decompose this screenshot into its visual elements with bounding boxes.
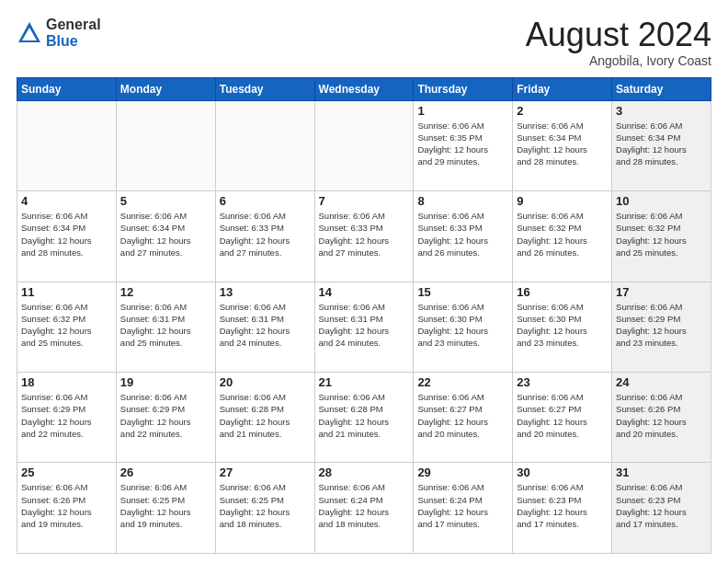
day-info: Sunrise: 6:06 AMSunset: 6:32 PMDaylight:…: [21, 301, 112, 350]
calendar-cell: 30Sunrise: 6:06 AMSunset: 6:23 PMDayligh…: [513, 463, 612, 554]
day-number: 2: [517, 104, 608, 118]
calendar-cell: 7Sunrise: 6:06 AMSunset: 6:33 PMDaylight…: [314, 191, 414, 282]
calendar-cell: 26Sunrise: 6:06 AMSunset: 6:25 PMDayligh…: [116, 463, 215, 554]
day-info: Sunrise: 6:06 AMSunset: 6:30 PMDaylight:…: [417, 301, 508, 350]
calendar-cell: 22Sunrise: 6:06 AMSunset: 6:27 PMDayligh…: [414, 373, 513, 463]
day-number: 11: [21, 285, 112, 299]
day-info: Sunrise: 6:06 AMSunset: 6:34 PMDaylight:…: [120, 210, 211, 259]
calendar-cell: 27Sunrise: 6:06 AMSunset: 6:25 PMDayligh…: [215, 463, 314, 554]
day-info: Sunrise: 6:06 AMSunset: 6:32 PMDaylight:…: [517, 210, 608, 259]
day-number: 22: [417, 375, 508, 389]
day-number: 1: [417, 104, 508, 118]
calendar-cell: [116, 100, 215, 190]
logo-icon: [17, 20, 42, 46]
day-number: 29: [417, 465, 508, 479]
calendar-cell: 17Sunrise: 6:06 AMSunset: 6:29 PMDayligh…: [612, 282, 711, 372]
day-info: Sunrise: 6:06 AMSunset: 6:31 PMDaylight:…: [120, 301, 211, 350]
day-info: Sunrise: 6:06 AMSunset: 6:29 PMDaylight:…: [21, 391, 112, 440]
day-header-monday: Monday: [116, 77, 215, 100]
day-info: Sunrise: 6:06 AMSunset: 6:29 PMDaylight:…: [120, 391, 211, 440]
calendar-cell: 6Sunrise: 6:06 AMSunset: 6:33 PMDaylight…: [215, 191, 314, 282]
day-number: 26: [120, 465, 211, 479]
day-header-saturday: Saturday: [612, 77, 711, 100]
calendar-cell: 14Sunrise: 6:06 AMSunset: 6:31 PMDayligh…: [314, 282, 414, 372]
calendar-cell: [215, 100, 314, 190]
calendar-cell: 3Sunrise: 6:06 AMSunset: 6:34 PMDaylight…: [612, 100, 711, 190]
day-number: 12: [120, 285, 211, 299]
day-number: 10: [616, 194, 707, 208]
day-info: Sunrise: 6:06 AMSunset: 6:29 PMDaylight:…: [616, 301, 707, 350]
calendar-cell: [17, 100, 117, 190]
day-number: 5: [120, 194, 211, 208]
calendar-cell: 24Sunrise: 6:06 AMSunset: 6:26 PMDayligh…: [612, 373, 711, 463]
location: Angobila, Ivory Coast: [526, 53, 711, 68]
calendar-cell: [314, 100, 414, 190]
header: General Blue August 2024 Angobila, Ivory…: [17, 17, 711, 68]
day-number: 16: [517, 285, 608, 299]
day-number: 31: [616, 465, 707, 479]
calendar-cell: 2Sunrise: 6:06 AMSunset: 6:34 PMDaylight…: [513, 100, 612, 190]
day-info: Sunrise: 6:06 AMSunset: 6:34 PMDaylight:…: [517, 120, 608, 168]
day-number: 23: [517, 375, 608, 389]
day-number: 4: [21, 194, 112, 208]
day-info: Sunrise: 6:06 AMSunset: 6:33 PMDaylight:…: [417, 210, 508, 259]
day-info: Sunrise: 6:06 AMSunset: 6:26 PMDaylight:…: [21, 481, 112, 530]
day-number: 8: [417, 194, 508, 208]
day-info: Sunrise: 6:06 AMSunset: 6:28 PMDaylight:…: [319, 391, 410, 440]
calendar-cell: 28Sunrise: 6:06 AMSunset: 6:24 PMDayligh…: [314, 463, 414, 554]
day-header-sunday: Sunday: [17, 77, 117, 100]
day-number: 9: [517, 194, 608, 208]
day-info: Sunrise: 6:06 AMSunset: 6:32 PMDaylight:…: [616, 210, 707, 259]
day-header-wednesday: Wednesday: [314, 77, 414, 100]
day-number: 13: [220, 285, 311, 299]
day-number: 21: [319, 375, 410, 389]
day-info: Sunrise: 6:06 AMSunset: 6:23 PMDaylight:…: [517, 481, 608, 530]
day-info: Sunrise: 6:06 AMSunset: 6:31 PMDaylight:…: [319, 301, 410, 350]
day-number: 27: [220, 465, 311, 479]
calendar-cell: 29Sunrise: 6:06 AMSunset: 6:24 PMDayligh…: [414, 463, 513, 554]
day-header-tuesday: Tuesday: [215, 77, 314, 100]
day-info: Sunrise: 6:06 AMSunset: 6:28 PMDaylight:…: [220, 391, 311, 440]
day-number: 25: [21, 465, 112, 479]
day-number: 6: [220, 194, 311, 208]
day-info: Sunrise: 6:06 AMSunset: 6:35 PMDaylight:…: [417, 120, 508, 168]
day-header-thursday: Thursday: [414, 77, 513, 100]
calendar-cell: 4Sunrise: 6:06 AMSunset: 6:34 PMDaylight…: [17, 191, 117, 282]
day-info: Sunrise: 6:06 AMSunset: 6:31 PMDaylight:…: [220, 301, 311, 350]
day-number: 30: [517, 465, 608, 479]
calendar-cell: 8Sunrise: 6:06 AMSunset: 6:33 PMDaylight…: [414, 191, 513, 282]
logo-blue-text: Blue: [46, 33, 78, 49]
day-info: Sunrise: 6:06 AMSunset: 6:26 PMDaylight:…: [616, 391, 707, 440]
day-info: Sunrise: 6:06 AMSunset: 6:23 PMDaylight:…: [616, 481, 707, 530]
title-block: August 2024 Angobila, Ivory Coast: [526, 17, 711, 68]
month-title: August 2024: [526, 17, 711, 53]
page: General Blue August 2024 Angobila, Ivory…: [0, 0, 728, 563]
day-number: 7: [319, 194, 410, 208]
calendar-cell: 1Sunrise: 6:06 AMSunset: 6:35 PMDaylight…: [414, 100, 513, 190]
calendar-cell: 23Sunrise: 6:06 AMSunset: 6:27 PMDayligh…: [513, 373, 612, 463]
day-info: Sunrise: 6:06 AMSunset: 6:33 PMDaylight:…: [220, 210, 311, 259]
logo-general-text: General: [46, 17, 101, 32]
day-info: Sunrise: 6:06 AMSunset: 6:34 PMDaylight:…: [21, 210, 112, 259]
calendar-cell: 18Sunrise: 6:06 AMSunset: 6:29 PMDayligh…: [17, 373, 117, 463]
day-number: 19: [120, 375, 211, 389]
calendar-cell: 15Sunrise: 6:06 AMSunset: 6:30 PMDayligh…: [414, 282, 513, 372]
calendar-cell: 10Sunrise: 6:06 AMSunset: 6:32 PMDayligh…: [612, 191, 711, 282]
calendar-cell: 5Sunrise: 6:06 AMSunset: 6:34 PMDaylight…: [116, 191, 215, 282]
calendar-cell: 13Sunrise: 6:06 AMSunset: 6:31 PMDayligh…: [215, 282, 314, 372]
day-info: Sunrise: 6:06 AMSunset: 6:24 PMDaylight:…: [417, 481, 508, 530]
day-info: Sunrise: 6:06 AMSunset: 6:34 PMDaylight:…: [616, 120, 707, 168]
calendar-cell: 21Sunrise: 6:06 AMSunset: 6:28 PMDayligh…: [314, 373, 414, 463]
logo: General Blue: [17, 17, 101, 49]
calendar-cell: 19Sunrise: 6:06 AMSunset: 6:29 PMDayligh…: [116, 373, 215, 463]
calendar-cell: 16Sunrise: 6:06 AMSunset: 6:30 PMDayligh…: [513, 282, 612, 372]
calendar-cell: 20Sunrise: 6:06 AMSunset: 6:28 PMDayligh…: [215, 373, 314, 463]
calendar-cell: 12Sunrise: 6:06 AMSunset: 6:31 PMDayligh…: [116, 282, 215, 372]
day-number: 15: [417, 285, 508, 299]
day-number: 28: [319, 465, 410, 479]
day-info: Sunrise: 6:06 AMSunset: 6:25 PMDaylight:…: [220, 481, 311, 530]
calendar-cell: 31Sunrise: 6:06 AMSunset: 6:23 PMDayligh…: [612, 463, 711, 554]
calendar-cell: 9Sunrise: 6:06 AMSunset: 6:32 PMDaylight…: [513, 191, 612, 282]
day-number: 20: [220, 375, 311, 389]
calendar: SundayMondayTuesdayWednesdayThursdayFrid…: [17, 77, 711, 554]
